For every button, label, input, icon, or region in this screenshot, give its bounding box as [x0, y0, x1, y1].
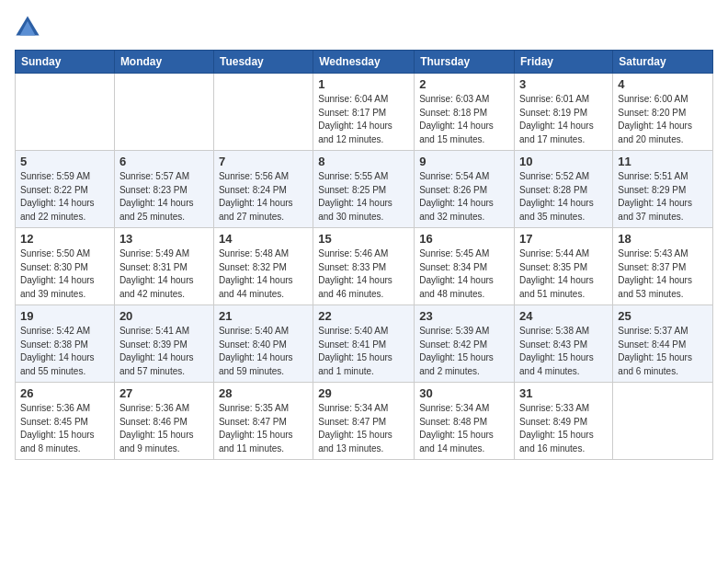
day-number: 31 [519, 386, 608, 400]
calendar-cell: 19Sunrise: 5:42 AM Sunset: 8:38 PM Dayli… [16, 305, 115, 383]
day-info: Sunrise: 5:34 AM Sunset: 8:48 PM Dayligh… [419, 402, 509, 455]
day-number: 2 [419, 77, 509, 91]
calendar-table: SundayMondayTuesdayWednesdayThursdayFrid… [15, 50, 713, 460]
day-info: Sunrise: 6:03 AM Sunset: 8:18 PM Dayligh… [419, 93, 509, 146]
day-number: 7 [219, 155, 308, 168]
weekday-header: Wednesday [313, 51, 415, 74]
calendar-cell: 17Sunrise: 5:44 AM Sunset: 8:35 PM Dayli… [515, 228, 613, 305]
day-info: Sunrise: 5:45 AM Sunset: 8:34 PM Dayligh… [419, 247, 509, 301]
weekday-header: Sunday [16, 51, 115, 74]
page-header [15, 15, 713, 40]
calendar-cell: 24Sunrise: 5:38 AM Sunset: 8:43 PM Dayli… [515, 305, 613, 383]
calendar-cell: 16Sunrise: 5:45 AM Sunset: 8:34 PM Dayli… [415, 228, 515, 305]
day-info: Sunrise: 5:38 AM Sunset: 8:43 PM Dayligh… [519, 325, 608, 378]
day-number: 8 [318, 155, 409, 168]
day-info: Sunrise: 5:35 AM Sunset: 8:47 PM Dayligh… [219, 402, 308, 455]
day-number: 22 [318, 309, 409, 323]
day-info: Sunrise: 5:59 AM Sunset: 8:22 PM Dayligh… [20, 170, 109, 224]
day-number: 26 [20, 386, 109, 400]
day-number: 21 [219, 309, 308, 323]
calendar-week-row: 19Sunrise: 5:42 AM Sunset: 8:38 PM Dayli… [16, 305, 713, 383]
day-number: 10 [519, 155, 608, 168]
day-number: 3 [519, 77, 608, 91]
calendar-cell: 14Sunrise: 5:48 AM Sunset: 8:32 PM Dayli… [213, 228, 313, 305]
day-info: Sunrise: 5:46 AM Sunset: 8:33 PM Dayligh… [318, 247, 409, 301]
day-number: 20 [119, 309, 209, 323]
day-number: 25 [618, 309, 708, 323]
day-info: Sunrise: 5:50 AM Sunset: 8:30 PM Dayligh… [20, 247, 109, 301]
day-number: 23 [419, 309, 509, 323]
calendar-cell: 30Sunrise: 5:34 AM Sunset: 8:48 PM Dayli… [415, 383, 515, 460]
day-info: Sunrise: 5:41 AM Sunset: 8:39 PM Dayligh… [119, 325, 209, 378]
day-info: Sunrise: 5:54 AM Sunset: 8:26 PM Dayligh… [419, 170, 509, 224]
day-info: Sunrise: 6:04 AM Sunset: 8:17 PM Dayligh… [318, 93, 409, 146]
day-number: 14 [219, 232, 308, 246]
day-number: 5 [20, 155, 109, 168]
calendar-week-row: 26Sunrise: 5:36 AM Sunset: 8:45 PM Dayli… [16, 383, 713, 460]
calendar-cell: 21Sunrise: 5:40 AM Sunset: 8:40 PM Dayli… [213, 305, 313, 383]
logo-icon [15, 15, 40, 40]
day-info: Sunrise: 6:01 AM Sunset: 8:19 PM Dayligh… [519, 93, 608, 146]
calendar-cell: 4Sunrise: 6:00 AM Sunset: 8:20 PM Daylig… [613, 74, 713, 151]
day-info: Sunrise: 5:43 AM Sunset: 8:37 PM Dayligh… [618, 247, 708, 301]
calendar-cell: 23Sunrise: 5:39 AM Sunset: 8:42 PM Dayli… [415, 305, 515, 383]
calendar-cell: 13Sunrise: 5:49 AM Sunset: 8:31 PM Dayli… [114, 228, 213, 305]
day-number: 18 [618, 232, 708, 246]
day-number: 24 [519, 309, 608, 323]
calendar-cell: 7Sunrise: 5:56 AM Sunset: 8:24 PM Daylig… [213, 151, 313, 228]
day-number: 6 [119, 155, 209, 168]
day-info: Sunrise: 5:39 AM Sunset: 8:42 PM Dayligh… [419, 325, 509, 378]
calendar-cell: 20Sunrise: 5:41 AM Sunset: 8:39 PM Dayli… [114, 305, 213, 383]
day-info: Sunrise: 5:57 AM Sunset: 8:23 PM Dayligh… [119, 170, 209, 224]
calendar-cell: 28Sunrise: 5:35 AM Sunset: 8:47 PM Dayli… [213, 383, 313, 460]
calendar-header-row: SundayMondayTuesdayWednesdayThursdayFrid… [16, 51, 713, 74]
weekday-header: Thursday [415, 51, 515, 74]
calendar-week-row: 12Sunrise: 5:50 AM Sunset: 8:30 PM Dayli… [16, 228, 713, 305]
calendar-cell: 25Sunrise: 5:37 AM Sunset: 8:44 PM Dayli… [613, 305, 713, 383]
weekday-header: Tuesday [213, 51, 313, 74]
calendar-cell: 26Sunrise: 5:36 AM Sunset: 8:45 PM Dayli… [16, 383, 115, 460]
calendar-cell: 12Sunrise: 5:50 AM Sunset: 8:30 PM Dayli… [16, 228, 115, 305]
weekday-header: Monday [114, 51, 213, 74]
calendar-week-row: 1Sunrise: 6:04 AM Sunset: 8:17 PM Daylig… [16, 74, 713, 151]
day-number: 17 [519, 232, 608, 246]
calendar-cell: 8Sunrise: 5:55 AM Sunset: 8:25 PM Daylig… [313, 151, 415, 228]
day-info: Sunrise: 5:40 AM Sunset: 8:40 PM Dayligh… [219, 325, 308, 378]
day-info: Sunrise: 5:49 AM Sunset: 8:31 PM Dayligh… [119, 247, 209, 301]
day-number: 4 [618, 77, 708, 91]
day-number: 29 [318, 386, 409, 400]
day-info: Sunrise: 5:36 AM Sunset: 8:45 PM Dayligh… [20, 402, 109, 455]
day-info: Sunrise: 5:56 AM Sunset: 8:24 PM Dayligh… [219, 170, 308, 224]
day-number: 16 [419, 232, 509, 246]
day-info: Sunrise: 5:48 AM Sunset: 8:32 PM Dayligh… [219, 247, 308, 301]
calendar-cell: 15Sunrise: 5:46 AM Sunset: 8:33 PM Dayli… [313, 228, 415, 305]
calendar-cell [16, 74, 115, 151]
calendar-cell: 3Sunrise: 6:01 AM Sunset: 8:19 PM Daylig… [515, 74, 613, 151]
weekday-header: Saturday [613, 51, 713, 74]
day-number: 9 [419, 155, 509, 168]
day-info: Sunrise: 6:00 AM Sunset: 8:20 PM Dayligh… [618, 93, 708, 146]
day-number: 28 [219, 386, 308, 400]
calendar-cell [213, 74, 313, 151]
calendar-cell: 9Sunrise: 5:54 AM Sunset: 8:26 PM Daylig… [415, 151, 515, 228]
calendar-cell: 18Sunrise: 5:43 AM Sunset: 8:37 PM Dayli… [613, 228, 713, 305]
calendar-week-row: 5Sunrise: 5:59 AM Sunset: 8:22 PM Daylig… [16, 151, 713, 228]
day-info: Sunrise: 5:42 AM Sunset: 8:38 PM Dayligh… [20, 325, 109, 378]
day-number: 19 [20, 309, 109, 323]
day-number: 11 [618, 155, 708, 168]
day-info: Sunrise: 5:55 AM Sunset: 8:25 PM Dayligh… [318, 170, 409, 224]
weekday-header: Friday [515, 51, 613, 74]
day-number: 13 [119, 232, 209, 246]
day-number: 12 [20, 232, 109, 246]
calendar-cell: 31Sunrise: 5:33 AM Sunset: 8:49 PM Dayli… [515, 383, 613, 460]
day-info: Sunrise: 5:52 AM Sunset: 8:28 PM Dayligh… [519, 170, 608, 224]
calendar-cell [613, 383, 713, 460]
day-info: Sunrise: 5:36 AM Sunset: 8:46 PM Dayligh… [119, 402, 209, 455]
calendar-cell: 6Sunrise: 5:57 AM Sunset: 8:23 PM Daylig… [114, 151, 213, 228]
calendar-cell: 22Sunrise: 5:40 AM Sunset: 8:41 PM Dayli… [313, 305, 415, 383]
calendar-cell: 2Sunrise: 6:03 AM Sunset: 8:18 PM Daylig… [415, 74, 515, 151]
day-info: Sunrise: 5:37 AM Sunset: 8:44 PM Dayligh… [618, 325, 708, 378]
logo [15, 15, 44, 40]
day-info: Sunrise: 5:44 AM Sunset: 8:35 PM Dayligh… [519, 247, 608, 301]
day-number: 1 [318, 77, 409, 91]
